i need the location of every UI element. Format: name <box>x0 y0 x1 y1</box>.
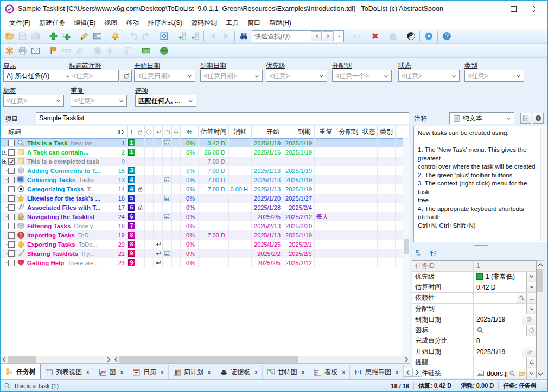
lock-tasklist-button[interactable] <box>386 30 399 43</box>
task-checkbox[interactable] <box>8 140 15 146</box>
web-button[interactable] <box>157 44 170 57</box>
delete-task-button[interactable] <box>368 30 381 43</box>
quick-find-input[interactable] <box>252 33 311 40</box>
column-header-col-bell[interactable] <box>172 126 181 138</box>
task-row[interactable]: A Task can contain...210%26.00 D2025/1/1… <box>1 147 410 157</box>
cleanup-button[interactable] <box>73 44 86 57</box>
tab-思维导图[interactable]: 思维导图x <box>350 365 404 379</box>
task-checkbox[interactable] <box>8 232 15 239</box>
undo-button[interactable] <box>126 30 139 43</box>
find-next-button[interactable] <box>323 31 334 41</box>
column-header-col-16[interactable]: 类别 <box>378 126 396 138</box>
scrollbar-thumb[interactable] <box>537 269 543 292</box>
menu-item-7[interactable]: 工具 <box>221 17 243 29</box>
menu-item-9[interactable]: 帮助(H) <box>265 17 296 29</box>
resize-grip[interactable] <box>541 380 547 392</box>
edit-task-button[interactable] <box>78 30 91 43</box>
chevron-down-icon[interactable] <box>335 34 343 39</box>
attribute-value[interactable]: 2025/1/19 <box>476 348 505 356</box>
task-checkbox[interactable] <box>8 186 15 192</box>
attribute-value[interactable]: 2025/1/19 <box>476 316 505 323</box>
filter-combo-r2-1[interactable]: <任意> <box>71 95 127 107</box>
icon-picker-button[interactable] <box>526 325 536 336</box>
task-title[interactable]: Sharing Tasklists <box>27 250 78 257</box>
filter-combo-r2-0[interactable]: <任意> <box>3 95 64 107</box>
scroll-left-icon[interactable] <box>1 356 8 363</box>
print-button[interactable] <box>16 44 29 57</box>
preferences-button[interactable] <box>422 30 435 43</box>
indent-right-button[interactable] <box>175 30 188 43</box>
task-row[interactable]: This is a completed task97.00 D <box>1 157 410 166</box>
task-checkbox[interactable] <box>8 168 15 174</box>
filter-combo-4[interactable]: <任意> <box>266 70 327 82</box>
edit-attributes-button[interactable] <box>91 30 104 43</box>
filelink-view-button[interactable] <box>507 368 517 379</box>
attribute-value[interactable]: 1 (非常低) <box>486 272 515 281</box>
send-email-button[interactable] <box>29 44 42 57</box>
flag-button[interactable] <box>47 44 60 57</box>
task-row[interactable]: Likewise for the task's ...1650%2025/1/2… <box>1 194 410 203</box>
nav-back-button[interactable] <box>206 30 219 43</box>
task-row[interactable]: Getting HelpThere are...2390%2025/2/5202… <box>1 258 410 267</box>
maximize-view-button[interactable] <box>157 30 170 43</box>
dependency-find-button[interactable] <box>517 293 526 303</box>
expand-icon[interactable] <box>2 150 7 155</box>
task-row[interactable]: Importing TasksToD...1980%7.00 D2025/1/1… <box>1 230 410 240</box>
tab-列表视图[interactable]: 列表视图x <box>41 365 94 379</box>
task-title[interactable]: Navigating the Tasklist <box>27 214 94 220</box>
task-checkbox[interactable] <box>8 241 15 248</box>
close-tab-icon[interactable]: x <box>396 369 399 375</box>
scroll-right-icon[interactable] <box>403 356 410 363</box>
sort-tasks-button[interactable] <box>351 30 364 43</box>
menu-item-6[interactable]: 源码控制 <box>187 17 221 29</box>
menu-item-3[interactable]: 视图 <box>100 17 122 29</box>
task-title[interactable]: Importing Tasks <box>27 232 75 239</box>
task-checkbox[interactable] <box>8 158 15 165</box>
nav-forward-button[interactable] <box>219 30 232 43</box>
column-header-col-1[interactable]: ID <box>114 126 128 138</box>
column-header-col-15[interactable]: 状态 <box>360 126 378 138</box>
tab-日历[interactable]: 日历x <box>128 365 169 379</box>
tab-scroll-right-button[interactable] <box>413 368 422 377</box>
attribute-value[interactable]: 0.42 D <box>476 284 495 291</box>
task-title[interactable]: Associated Files with T... <box>27 204 100 211</box>
menu-item-0[interactable]: 文件(F) <box>5 17 35 29</box>
task-title[interactable]: Colouring Tasks <box>27 177 75 183</box>
scroll-left-icon[interactable] <box>112 356 119 363</box>
expand-icon[interactable] <box>2 159 7 164</box>
close-tab-icon[interactable]: x <box>302 369 305 375</box>
comments-grid-button[interactable] <box>520 113 531 124</box>
attribute-value[interactable]: 0 <box>476 337 480 345</box>
group-attributes-button[interactable] <box>413 248 424 259</box>
column-header-col-clock[interactable] <box>145 126 154 138</box>
task-row[interactable]: Colouring TasksTasks...1340%7.00 D2025/1… <box>1 175 410 184</box>
column-header-col-14[interactable]: 分配到 <box>337 126 360 138</box>
save-all-button[interactable] <box>29 30 42 43</box>
filter-combo-6[interactable]: <任意> <box>398 70 460 82</box>
task-row[interactable]: Sharing TasklistsIf y...2190%2025/2/2202… <box>1 249 410 258</box>
filter-combo-5[interactable]: <任意一个> <box>332 70 392 82</box>
column-header-col-file[interactable] <box>163 126 172 138</box>
task-checkbox[interactable] <box>8 149 15 156</box>
open-tasklist-button[interactable] <box>3 30 16 43</box>
column-header-col-12[interactable]: 到期 <box>283 126 315 138</box>
filter-combo-r2-2[interactable]: 匹配任何人, ... <box>135 95 196 107</box>
find-tasks-button[interactable] <box>237 30 250 43</box>
calendar-picker-button[interactable] <box>522 314 536 325</box>
minimize-button[interactable] <box>479 1 502 17</box>
task-checkbox[interactable] <box>8 204 15 211</box>
pane-splitter[interactable] <box>112 267 112 356</box>
task-checkbox[interactable] <box>8 177 15 183</box>
close-button[interactable] <box>525 1 547 17</box>
tab-图[interactable]: 图x <box>94 365 129 379</box>
task-title[interactable]: This is a completed task <box>27 158 99 165</box>
menu-item-5[interactable]: 排序方式(S) <box>143 17 187 29</box>
attribute-dropdown-button[interactable] <box>526 304 536 314</box>
filter-combo-7[interactable]: <任意> <box>464 70 524 82</box>
column-header-col-8[interactable]: % <box>181 126 199 138</box>
task-row[interactable]: Filtering TasksOnce y...1870%2025/2/1320… <box>1 221 410 230</box>
task-title[interactable]: A Task can contain... <box>27 149 88 156</box>
task-checkbox[interactable] <box>8 195 15 202</box>
task-row[interactable]: Navigating the Tasklist2460%2025/2/52025… <box>1 212 410 221</box>
close-tab-icon[interactable]: x <box>161 369 164 375</box>
